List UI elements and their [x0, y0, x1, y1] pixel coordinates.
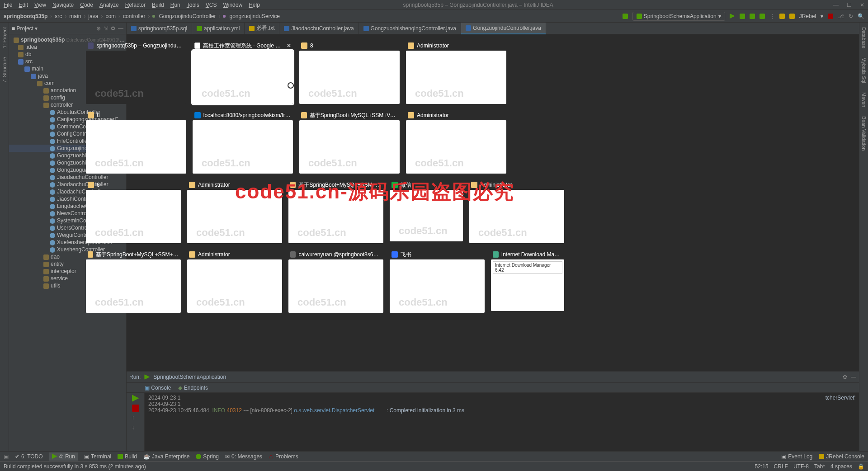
run-status-icon — [144, 374, 150, 380]
indent-size[interactable]: 4 spaces — [830, 463, 852, 470]
taskswitch-window[interactable]: 6code51.cn — [86, 180, 181, 243]
run-config-dropdown[interactable]: SpringbootSchemaApplication ▾ — [632, 12, 725, 21]
menu-tools[interactable]: Tools — [187, 2, 199, 8]
taskswitch-window[interactable]: localhost:8080/springbootwkixm/fro...cod… — [193, 110, 293, 174]
stop-run-icon[interactable] — [132, 405, 139, 412]
line-ending[interactable]: CRLF — [774, 463, 788, 470]
menu-code[interactable]: Code — [80, 2, 93, 8]
locate-icon[interactable]: ⊕ — [96, 25, 101, 32]
taskswitch-window[interactable]: 基于SpringBoot+MySQL+SSM+Vue.js...code51.c… — [299, 110, 400, 174]
taskswitch-window[interactable]: 高校工作室管理系统 - Google Chrome✕code51.cn — [193, 41, 293, 104]
event-log-button[interactable]: ▣Event Log — [781, 453, 812, 460]
run-button[interactable]: 4: Run — [49, 452, 78, 461]
maximize-icon[interactable]: ☐ — [847, 2, 852, 8]
breadcrumb-src[interactable]: src — [55, 13, 62, 19]
maven-tool-button[interactable]: Maven — [861, 92, 867, 107]
taskswitch-window[interactable]: 飞书code51.cn — [390, 250, 485, 313]
menu-refactor[interactable]: Refactor — [125, 2, 146, 8]
taskswitch-window[interactable]: Administratorcode51.cn — [187, 250, 282, 313]
close-window-icon[interactable]: ✕ — [287, 42, 291, 49]
jrebel-label[interactable]: JRebel — [799, 13, 816, 19]
taskswitch-window[interactable]: Administratorcode51.cn — [406, 110, 506, 174]
menu-help[interactable]: Help — [249, 2, 260, 8]
minimize-icon[interactable]: — — [833, 2, 839, 8]
menu-analyze[interactable]: Analyze — [99, 2, 119, 8]
build-icon[interactable] — [623, 14, 628, 19]
jrebel-run-icon[interactable] — [779, 14, 785, 19]
todo-button[interactable]: ✔6: TODO — [15, 453, 43, 460]
taskswitch-window[interactable]: Internet Download Manag...Internet Downl… — [491, 250, 564, 313]
console-output[interactable]: 2024-09-23 1tcherServlet' 2024-09-23 1 2… — [145, 393, 859, 451]
profile-icon[interactable] — [760, 14, 765, 19]
editor-tab[interactable]: 必看.txt — [245, 23, 279, 34]
console-tab[interactable]: ▣ Console — [145, 385, 171, 391]
mybatis-tool-button[interactable]: Mybatis Sql — [861, 57, 867, 83]
collapse-icon[interactable]: ⇲ — [104, 25, 108, 32]
database-tool-button[interactable]: Database — [861, 27, 867, 48]
breadcrumb-root[interactable]: springbootq535p — [4, 13, 47, 19]
project-tool-button[interactable]: 1: Project — [2, 27, 7, 48]
debug-icon[interactable] — [740, 14, 745, 19]
indent-label[interactable]: Tab* — [814, 463, 825, 470]
editor-tab[interactable]: application.yml — [192, 23, 245, 34]
jrebel-console-button[interactable]: JRebel Console — [819, 453, 864, 460]
breadcrumb-controller[interactable]: controller — [123, 13, 145, 19]
left-toolwindow-bar: 1: Project 7: Structure — [0, 23, 9, 451]
menu-run[interactable]: Run — [170, 2, 180, 8]
menu-edit[interactable]: Edit — [19, 2, 28, 8]
caret-position[interactable]: 52:15 — [755, 463, 769, 470]
rerun-icon[interactable] — [132, 395, 139, 402]
search-icon[interactable]: 🔍 — [858, 13, 864, 19]
close-icon[interactable]: ✕ — [860, 2, 864, 8]
breadcrumb-class[interactable]: GongzuojinduController — [159, 13, 216, 19]
java-enterprise-button[interactable]: ☕Java Enterprise — [143, 453, 189, 460]
project-dropdown[interactable]: ■ Project ▾ — [12, 25, 38, 32]
editor-tab[interactable]: GongzuoshishenqingController.java — [359, 23, 461, 34]
build-button[interactable]: Build — [118, 453, 137, 460]
bottom-tool-bar: ▣ ✔6: TODO 4: Run ▣Terminal Build ☕Java … — [0, 451, 868, 461]
breadcrumb-main[interactable]: main — [69, 13, 81, 19]
coverage-icon[interactable] — [750, 14, 755, 19]
up-arrow-icon[interactable]: ↑ — [132, 414, 139, 422]
run-hide-icon[interactable]: — — [851, 374, 856, 380]
menu-vcs[interactable]: VCS — [206, 2, 217, 8]
settings-icon[interactable]: ✿ — [111, 25, 115, 32]
messages-button[interactable]: ✉0: Messages — [225, 453, 262, 460]
jrebel-debug-icon[interactable] — [789, 14, 795, 19]
menu-window[interactable]: Window — [223, 2, 242, 8]
editor-tab[interactable]: JiaodaochuController.java — [279, 23, 359, 34]
file-encoding[interactable]: UTF-8 — [793, 463, 809, 470]
toolwindows-icon[interactable]: ▣ — [4, 453, 9, 460]
taskswitch-window[interactable]: springbootq535p – GongzuojinduCo...code5… — [86, 41, 186, 104]
breadcrumb-java[interactable]: java — [88, 13, 98, 19]
beanvalidation-tool-button[interactable]: Bean Validation — [861, 116, 867, 151]
update-icon[interactable]: ↻ — [849, 13, 853, 19]
breadcrumb-com[interactable]: com — [105, 13, 116, 19]
editor-tab[interactable]: springbootq535p.sql — [127, 23, 192, 34]
endpoints-tab[interactable]: ◆ Endpoints — [178, 385, 208, 391]
taskswitch-window[interactable]: Administratorcode51.cn — [406, 41, 506, 104]
taskswitch-window[interactable]: caiwurenyuan @springboot8s63w (lo...code… — [288, 250, 383, 313]
run-label: Run: — [129, 374, 141, 380]
status-message: Build completed successfully in 3 s 853 … — [4, 463, 146, 470]
problems-button[interactable]: ⚠Problems — [269, 453, 298, 460]
menu-build[interactable]: Build — [152, 2, 164, 8]
taskswitch-window[interactable]: 8code51.cn — [299, 41, 400, 104]
structure-tool-button[interactable]: 7: Structure — [2, 57, 7, 83]
hide-icon[interactable]: — — [118, 25, 123, 32]
breadcrumb-service[interactable]: gongzuojinduService — [229, 13, 279, 19]
run-icon[interactable] — [730, 14, 735, 19]
taskswitch-window[interactable]: 8code51.cn — [86, 110, 186, 174]
down-arrow-icon[interactable]: ↓ — [132, 424, 139, 432]
menu-file[interactable]: File — [4, 2, 12, 8]
terminal-button[interactable]: ▣Terminal — [84, 453, 111, 460]
menu-view[interactable]: View — [34, 2, 46, 8]
lock-icon[interactable]: 🔒 — [858, 463, 864, 470]
stop-icon[interactable] — [828, 14, 833, 19]
editor-tab[interactable]: GongzuojinduController.java — [461, 23, 546, 34]
menu-navigate[interactable]: Navigate — [52, 2, 74, 8]
spring-button[interactable]: Spring — [196, 453, 219, 460]
taskswitch-window[interactable]: 基于SpringBoot+MySQL+SSM+Vue.js...code51.c… — [86, 250, 181, 313]
run-settings-icon[interactable]: ✿ — [843, 374, 847, 380]
git-icon[interactable]: ⎇ — [838, 13, 844, 19]
